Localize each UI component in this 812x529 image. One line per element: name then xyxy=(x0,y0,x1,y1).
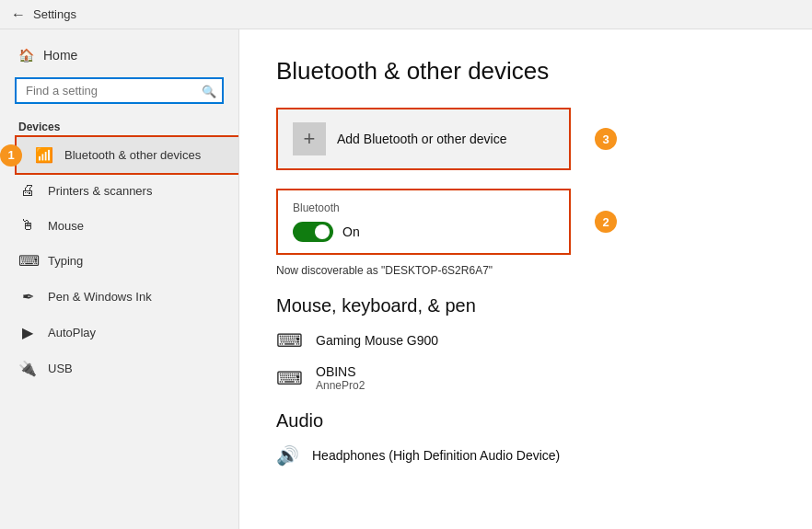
add-device-label: Add Bluetooth or other device xyxy=(337,132,506,146)
search-icon: 🔍 xyxy=(202,84,216,98)
mouse-icon: 🖱 xyxy=(18,217,37,234)
autoplay-label: AutoPlay xyxy=(48,326,96,339)
bluetooth-section-label: Bluetooth xyxy=(293,201,554,214)
sidebar-item-bluetooth[interactable]: 1 📶 Bluetooth & other devices xyxy=(17,137,239,173)
list-item: 🔊 Headphones (High Definition Audio Devi… xyxy=(276,444,775,466)
badge-3: 3 xyxy=(595,128,617,150)
page-title: Bluetooth & other devices xyxy=(276,57,775,86)
list-item: ⌨ OBINS AnnePro2 xyxy=(276,364,775,392)
search-input[interactable] xyxy=(15,77,224,104)
bluetooth-toggle[interactable] xyxy=(293,222,333,242)
badge-2: 2 xyxy=(595,211,617,233)
keyboard-icon: ⌨ xyxy=(276,329,303,351)
plus-icon: + xyxy=(293,122,326,155)
bluetooth-icon: 📶 xyxy=(35,146,53,164)
typing-label: Typing xyxy=(48,254,83,268)
device-sub-2: AnnePro2 xyxy=(316,379,365,392)
sidebar-item-home[interactable]: 🏠 Home xyxy=(0,40,238,70)
discoverable-text: Now discoverable as "DESKTOP-6S2R6A7" xyxy=(276,264,775,277)
mouse-section-header: Mouse, keyboard, & pen xyxy=(276,295,775,316)
printer-icon: 🖨 xyxy=(18,182,37,199)
pen-icon: ✒ xyxy=(18,288,37,305)
sidebar-item-mouse[interactable]: 🖱 Mouse xyxy=(0,208,238,243)
audio-section-header: Audio xyxy=(276,410,775,431)
content-area: Bluetooth & other devices + Add Bluetoot… xyxy=(239,29,812,529)
sidebar-item-autoplay[interactable]: ▶ AutoPlay xyxy=(0,315,238,351)
home-icon: 🏠 xyxy=(18,48,34,63)
sidebar-section-label: Devices xyxy=(0,111,238,137)
list-item: ⌨ Gaming Mouse G900 xyxy=(276,329,775,351)
pen-label: Pen & Windows Ink xyxy=(48,290,152,304)
audio-device-name: Headphones (High Definition Audio Device… xyxy=(312,448,560,463)
keyboard-icon-2: ⌨ xyxy=(276,367,303,389)
usb-icon: 🔌 xyxy=(18,360,37,377)
sidebar-item-printers[interactable]: 🖨 Printers & scanners xyxy=(0,173,238,208)
back-button[interactable]: ← xyxy=(11,6,26,23)
main-layout: 🏠 Home 🔍 Devices 1 📶 Bluetooth & other d… xyxy=(0,29,812,529)
usb-label: USB xyxy=(48,362,73,375)
title-bar: ← Settings xyxy=(0,0,812,29)
device-name: Gaming Mouse G900 xyxy=(316,333,438,348)
audio-icon: 🔊 xyxy=(276,444,299,466)
typing-icon: ⌨ xyxy=(18,252,37,270)
bluetooth-section: Bluetooth On xyxy=(276,189,571,255)
settings-title: Settings xyxy=(33,7,76,21)
badge-1: 1 xyxy=(0,144,22,167)
mouse-label: Mouse xyxy=(48,219,84,233)
toggle-thumb xyxy=(315,224,330,239)
home-label: Home xyxy=(43,48,77,63)
printers-label: Printers & scanners xyxy=(48,184,152,198)
toggle-label: On xyxy=(342,224,360,239)
sidebar-item-usb[interactable]: 🔌 USB xyxy=(0,351,238,386)
add-device-button[interactable]: + Add Bluetooth or other device xyxy=(276,108,571,170)
sidebar-item-typing[interactable]: ⌨ Typing xyxy=(0,243,238,279)
sidebar-item-pen[interactable]: ✒ Pen & Windows Ink xyxy=(0,279,238,315)
bluetooth-label: Bluetooth & other devices xyxy=(64,148,201,162)
sidebar: 🏠 Home 🔍 Devices 1 📶 Bluetooth & other d… xyxy=(0,29,239,529)
search-box: 🔍 xyxy=(15,77,224,104)
device-name-2: OBINS xyxy=(316,364,365,379)
autoplay-icon: ▶ xyxy=(18,324,37,341)
